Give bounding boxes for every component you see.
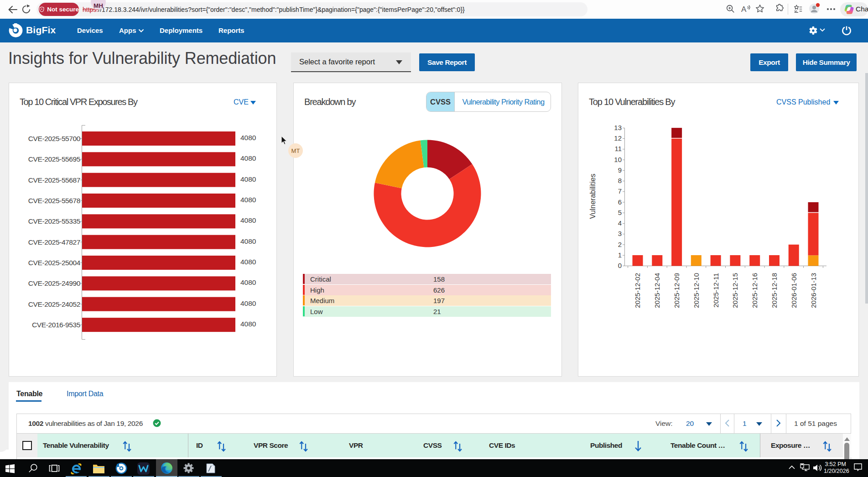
svg-text:2025-12-09: 2025-12-09 — [673, 273, 681, 308]
svg-text:3: 3 — [618, 230, 622, 237]
svg-text:2025-12-16: 2025-12-16 — [751, 273, 759, 308]
svg-text:11: 11 — [614, 145, 622, 152]
svg-text:CVE-2025-55687: CVE-2025-55687 — [28, 176, 80, 184]
svg-text:CVE-2025-25004: CVE-2025-25004 — [28, 259, 81, 267]
svg-text:4080: 4080 — [240, 258, 256, 266]
svg-text:CVE-2025-47827: CVE-2025-47827 — [28, 238, 80, 246]
svg-text:4080: 4080 — [240, 134, 256, 142]
svg-text:2026-01-06: 2026-01-06 — [790, 273, 798, 308]
svg-text:CVE-2025-55678: CVE-2025-55678 — [28, 197, 80, 204]
svg-text:2025-12-02: 2025-12-02 — [634, 273, 641, 308]
svg-text:4080: 4080 — [240, 216, 256, 224]
svg-text:2025-12-10: 2025-12-10 — [692, 273, 700, 308]
svg-text:9: 9 — [618, 166, 622, 174]
svg-text:10: 10 — [614, 156, 622, 163]
svg-text:4080: 4080 — [240, 175, 256, 183]
svg-text:7: 7 — [618, 187, 622, 195]
svg-text:CVE-2025-24990: CVE-2025-24990 — [28, 279, 81, 287]
svg-text:CVE-2025-55695: CVE-2025-55695 — [28, 155, 80, 163]
svg-text:2025-12-04: 2025-12-04 — [653, 273, 661, 308]
svg-text:6: 6 — [618, 198, 622, 206]
svg-text:4080: 4080 — [240, 299, 256, 307]
svg-text:4080: 4080 — [240, 154, 256, 162]
svg-text:5: 5 — [618, 209, 622, 216]
svg-text:0: 0 — [618, 262, 622, 269]
svg-text:4080: 4080 — [240, 237, 256, 245]
svg-text:12: 12 — [614, 134, 622, 142]
svg-text:CVE-2025-24052: CVE-2025-24052 — [28, 300, 80, 308]
svg-text:1: 1 — [618, 251, 622, 259]
svg-text:2025-12-18: 2025-12-18 — [770, 273, 778, 308]
svg-text:4080: 4080 — [240, 278, 256, 286]
svg-text:CVE-2025-55700: CVE-2025-55700 — [28, 135, 81, 142]
svg-text:CVE-2025-55335: CVE-2025-55335 — [28, 217, 80, 225]
svg-text:2025-12-11: 2025-12-11 — [712, 273, 720, 308]
svg-text:8: 8 — [618, 177, 622, 184]
svg-text:Vulnerabilities: Vulnerabilities — [589, 173, 597, 219]
svg-text:2: 2 — [618, 241, 622, 248]
svg-text:A: A — [741, 5, 747, 14]
svg-text:4: 4 — [618, 219, 622, 227]
svg-text:CVE-2016-9535: CVE-2016-9535 — [32, 321, 80, 329]
svg-text:2026-01-13: 2026-01-13 — [810, 273, 817, 308]
svg-text:13: 13 — [614, 124, 622, 131]
svg-text:4080: 4080 — [240, 320, 256, 328]
svg-text:2025-12-15: 2025-12-15 — [731, 273, 739, 308]
svg-text:4080: 4080 — [240, 196, 256, 204]
